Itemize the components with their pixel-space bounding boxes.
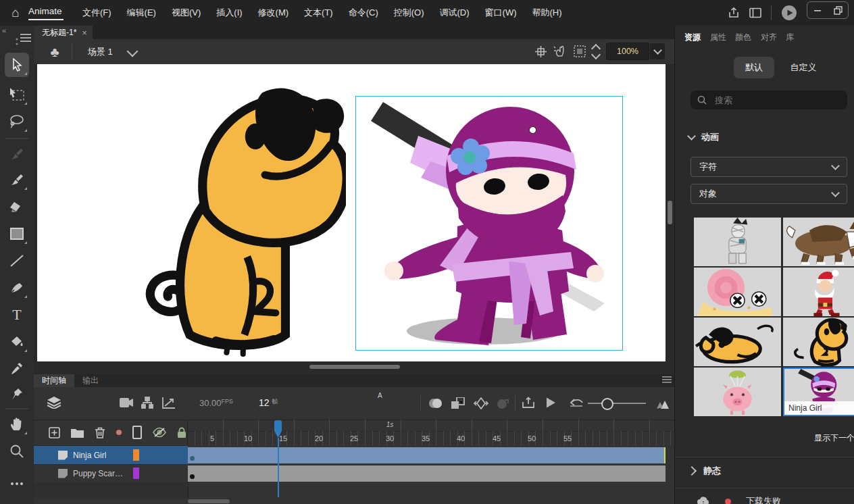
- canvas-vertical-scrollbar[interactable]: [668, 201, 672, 224]
- asset-thumb-puppy-sitting[interactable]: [783, 318, 854, 366]
- edit-toolbar-icon[interactable]: [20, 34, 31, 42]
- create-tween-icon[interactable]: [451, 397, 465, 409]
- layer-name[interactable]: Puppy Scar…: [73, 469, 123, 478]
- restore-button[interactable]: [828, 2, 848, 18]
- menu-file[interactable]: 文件(F): [82, 7, 111, 19]
- clip-content-icon[interactable]: [574, 45, 586, 57]
- mode-custom-button[interactable]: 自定义: [779, 57, 828, 78]
- scene-chevron-down-icon[interactable]: [127, 46, 139, 57]
- cloud-download-icon[interactable]: [697, 496, 710, 504]
- add-folder-icon[interactable]: [71, 428, 84, 438]
- selection-tool[interactable]: [5, 53, 29, 77]
- frame-span-ninja[interactable]: [188, 447, 665, 463]
- layer-parenting-icon[interactable]: [141, 397, 153, 409]
- home-icon[interactable]: ⌂: [5, 3, 26, 23]
- rectangle-tool[interactable]: [5, 222, 29, 246]
- symbol-clubs-icon[interactable]: ♣: [46, 43, 64, 61]
- center-stage-icon[interactable]: [535, 46, 547, 57]
- rotate-canvas-icon[interactable]: [553, 45, 567, 57]
- tab-color[interactable]: 颜色: [735, 32, 751, 43]
- pen-tool[interactable]: [5, 276, 29, 300]
- tab-timeline[interactable]: 时间轴: [34, 374, 74, 387]
- lasso-tool[interactable]: [5, 109, 29, 134]
- show-next-link[interactable]: 显示下一个: [814, 432, 854, 444]
- close-tab-icon[interactable]: ×: [82, 28, 87, 38]
- canvas-horizontal-scrollbar[interactable]: [309, 365, 400, 369]
- asset-thumb-puppy-lying[interactable]: [694, 318, 781, 366]
- camera-icon[interactable]: [120, 398, 133, 407]
- menu-edit[interactable]: 编辑(E): [127, 7, 156, 19]
- asset-thumb-mummy[interactable]: [694, 218, 781, 266]
- asset-thumb-snail[interactable]: [694, 268, 781, 316]
- timeline-zoom-icon[interactable]: [657, 397, 673, 409]
- search-input[interactable]: [713, 95, 831, 106]
- tab-assets[interactable]: 资源: [684, 32, 701, 43]
- onion-range-knob[interactable]: [601, 398, 613, 410]
- workspace-icon[interactable]: [749, 7, 761, 18]
- test-movie-icon[interactable]: [781, 5, 797, 21]
- menu-commands[interactable]: 命令(C): [349, 7, 378, 19]
- ninja-selection-box[interactable]: [355, 96, 623, 351]
- play-icon[interactable]: [545, 397, 557, 409]
- menu-window[interactable]: 窗口(W): [485, 7, 517, 19]
- eraser-tool[interactable]: [5, 195, 29, 219]
- hide-layers-icon[interactable]: [153, 427, 166, 438]
- collapse-panel-icon[interactable]: «: [2, 26, 6, 34]
- asset-thumb-ninja-girl[interactable]: Ninja Girl: [783, 368, 854, 416]
- section-animated-header[interactable]: 动画: [688, 131, 719, 143]
- frame-graph-icon[interactable]: [162, 397, 176, 409]
- fps-value[interactable]: 30.00FPS: [199, 398, 233, 408]
- pin-tool[interactable]: [5, 382, 29, 407]
- menu-help[interactable]: 帮助(H): [532, 7, 562, 19]
- brush-tool[interactable]: [5, 168, 29, 192]
- menu-view[interactable]: 视图(V): [172, 7, 201, 19]
- menu-control[interactable]: 控制(O): [394, 7, 424, 19]
- tab-library[interactable]: 库: [786, 32, 794, 43]
- section-static-header[interactable]: 静态: [688, 465, 721, 477]
- onion-range-track[interactable]: [588, 403, 646, 404]
- hand-tool[interactable]: [5, 412, 29, 436]
- zoom-dropdown[interactable]: [649, 43, 665, 59]
- puppy-artwork[interactable]: [113, 74, 346, 361]
- menu-text[interactable]: 文本(T): [304, 7, 333, 19]
- tab-align[interactable]: 对齐: [761, 32, 777, 43]
- keyframe-dot[interactable]: [190, 456, 195, 461]
- fluid-brush-tool[interactable]: [5, 142, 29, 166]
- shape-tween-icon[interactable]: [497, 397, 510, 409]
- timeline-scrollbar[interactable]: [188, 499, 230, 503]
- asset-thumb-piggy-parachute[interactable]: [694, 368, 781, 416]
- scene-name[interactable]: 场景 1: [88, 46, 113, 58]
- outline-layers-icon[interactable]: [132, 426, 142, 439]
- zoom-tool[interactable]: [5, 439, 29, 463]
- tab-properties[interactable]: 属性: [710, 32, 726, 43]
- character-filter-dropdown[interactable]: 字符: [690, 157, 847, 177]
- current-frame-value[interactable]: 12 帧: [259, 397, 278, 408]
- app-title[interactable]: Animate: [28, 6, 62, 16]
- minimize-button[interactable]: [807, 2, 828, 18]
- layer-row-puppy[interactable]: Puppy Scar…: [34, 464, 188, 483]
- layer-name[interactable]: Ninja Girl: [73, 451, 106, 460]
- tab-output[interactable]: 输出: [74, 374, 107, 387]
- transform-origin-point[interactable]: [529, 126, 536, 134]
- menu-insert[interactable]: 插入(I): [216, 7, 242, 19]
- layer-color-swatch[interactable]: [133, 449, 139, 461]
- text-tool[interactable]: T: [5, 303, 29, 327]
- keyframe-dot[interactable]: [190, 474, 195, 479]
- object-filter-dropdown[interactable]: 对象: [690, 184, 847, 204]
- add-layer-icon[interactable]: [49, 427, 60, 438]
- layer-color-swatch[interactable]: [133, 468, 139, 479]
- onion-skin-icon[interactable]: [428, 397, 443, 409]
- stage[interactable]: [37, 64, 665, 361]
- classic-tween-icon[interactable]: [474, 397, 488, 409]
- menu-modify[interactable]: 修改(M): [258, 7, 289, 19]
- asset-thumb-wolf[interactable]: [783, 218, 854, 266]
- timeline-panel-menu-icon[interactable]: [662, 376, 672, 383]
- asset-thumb-santa[interactable]: [783, 268, 854, 316]
- timeline-ruler[interactable]: 1s 5 10 15 20 25 30 35 40 45 50 55: [188, 420, 674, 446]
- more-tools-icon[interactable]: [5, 472, 29, 496]
- menu-debug[interactable]: 调试(D): [440, 7, 470, 19]
- delete-layer-icon[interactable]: [95, 427, 105, 438]
- lock-layers-icon[interactable]: [177, 427, 186, 438]
- zoom-stepper[interactable]: [593, 45, 599, 58]
- highlight-layers-icon[interactable]: [116, 430, 122, 435]
